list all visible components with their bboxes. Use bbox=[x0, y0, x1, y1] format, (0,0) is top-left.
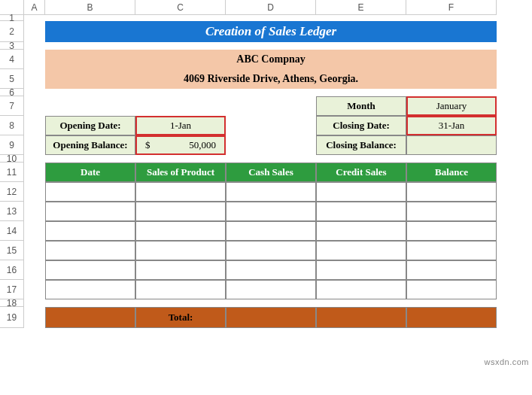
table-cell[interactable] bbox=[406, 221, 497, 241]
table-cell[interactable] bbox=[406, 182, 497, 202]
table-cell[interactable] bbox=[316, 182, 406, 202]
watermark: wsxdn.com bbox=[484, 357, 529, 366]
table-cell[interactable] bbox=[135, 241, 226, 260]
closing-balance-label: Closing Balance: bbox=[316, 135, 406, 155]
total-blank bbox=[45, 307, 135, 328]
table-header-date: Date bbox=[45, 163, 135, 182]
table-cell[interactable] bbox=[406, 280, 497, 299]
table-cell[interactable] bbox=[135, 280, 226, 299]
col-B[interactable]: B bbox=[45, 0, 135, 14]
table-cell[interactable] bbox=[226, 280, 316, 299]
table-cell[interactable] bbox=[45, 241, 135, 260]
table-header-balance: Balance bbox=[406, 163, 497, 182]
col-F[interactable]: F bbox=[406, 0, 497, 14]
row-9[interactable]: 9 bbox=[0, 135, 24, 155]
row-19[interactable]: 19 bbox=[0, 307, 24, 328]
table-cell[interactable] bbox=[45, 182, 135, 202]
table-cell[interactable] bbox=[226, 241, 316, 260]
row-headers: 1 2 3 4 5 6 7 8 9 10 11 12 13 14 15 16 1… bbox=[0, 15, 24, 328]
row-4[interactable]: 4 bbox=[0, 50, 24, 69]
total-label: Total: bbox=[135, 307, 226, 328]
table-cell[interactable] bbox=[135, 202, 226, 221]
title-banner: Creation of Sales Ledger bbox=[45, 21, 497, 42]
total-balance[interactable] bbox=[406, 307, 497, 328]
table-cell[interactable] bbox=[406, 260, 497, 280]
table-header-cash: Cash Sales bbox=[226, 163, 316, 182]
opening-date-label: Opening Date: bbox=[45, 116, 135, 135]
month-value[interactable]: January bbox=[406, 96, 497, 116]
row-5[interactable]: 5 bbox=[0, 69, 24, 89]
row-15[interactable]: 15 bbox=[0, 241, 24, 260]
table-cell[interactable] bbox=[316, 260, 406, 280]
table-cell[interactable] bbox=[45, 221, 135, 241]
col-D[interactable]: D bbox=[226, 0, 316, 14]
table-cell[interactable] bbox=[226, 182, 316, 202]
row-11[interactable]: 11 bbox=[0, 163, 24, 182]
table-cell[interactable] bbox=[226, 221, 316, 241]
row-6[interactable]: 6 bbox=[0, 89, 24, 96]
row-2[interactable]: 2 bbox=[0, 21, 24, 42]
closing-balance-value[interactable] bbox=[406, 135, 497, 155]
row-16[interactable]: 16 bbox=[0, 260, 24, 280]
total-cash[interactable] bbox=[226, 307, 316, 328]
table-cell[interactable] bbox=[135, 182, 226, 202]
opening-balance-label: Opening Balance: bbox=[45, 135, 135, 155]
row-7[interactable]: 7 bbox=[0, 96, 24, 116]
table-cell[interactable] bbox=[135, 221, 226, 241]
col-C[interactable]: C bbox=[135, 0, 226, 14]
table-header-credit: Credit Sales bbox=[316, 163, 406, 182]
table-cell[interactable] bbox=[316, 221, 406, 241]
row-13[interactable]: 13 bbox=[0, 202, 24, 221]
opening-balance-value[interactable]: $50,000 bbox=[135, 135, 226, 155]
opening-date-value[interactable]: 1-Jan bbox=[135, 116, 226, 135]
company-name: ABC Compnay bbox=[45, 50, 497, 69]
row-12[interactable]: 12 bbox=[0, 182, 24, 202]
closing-date-label: Closing Date: bbox=[316, 116, 406, 135]
table-cell[interactable] bbox=[226, 260, 316, 280]
table-cell[interactable] bbox=[135, 260, 226, 280]
month-label: Month bbox=[316, 96, 406, 116]
table-cell[interactable] bbox=[45, 202, 135, 221]
row-3[interactable]: 3 bbox=[0, 42, 24, 50]
total-credit[interactable] bbox=[316, 307, 406, 328]
col-E[interactable]: E bbox=[316, 0, 406, 14]
table-cell[interactable] bbox=[45, 280, 135, 299]
closing-date-value[interactable]: 31-Jan bbox=[406, 116, 497, 135]
table-cell[interactable] bbox=[316, 202, 406, 221]
balance-amount: 50,000 bbox=[189, 139, 216, 151]
col-A[interactable]: A bbox=[24, 0, 45, 14]
table-cell[interactable] bbox=[45, 260, 135, 280]
row-10[interactable]: 10 bbox=[0, 155, 24, 163]
currency-symbol: $ bbox=[145, 139, 150, 151]
column-headers: A B C D E F bbox=[0, 0, 497, 15]
table-cell[interactable] bbox=[316, 241, 406, 260]
table-header-sales: Sales of Product bbox=[135, 163, 226, 182]
table-cell[interactable] bbox=[406, 202, 497, 221]
row-17[interactable]: 17 bbox=[0, 280, 24, 299]
company-address: 4069 Riverside Drive, Athens, Georgia. bbox=[45, 69, 497, 89]
table-cell[interactable] bbox=[316, 280, 406, 299]
row-8[interactable]: 8 bbox=[0, 116, 24, 135]
table-cell[interactable] bbox=[406, 241, 497, 260]
row-18[interactable]: 18 bbox=[0, 299, 24, 307]
row-14[interactable]: 14 bbox=[0, 221, 24, 241]
table-cell[interactable] bbox=[226, 202, 316, 221]
row-1[interactable]: 1 bbox=[0, 15, 24, 21]
